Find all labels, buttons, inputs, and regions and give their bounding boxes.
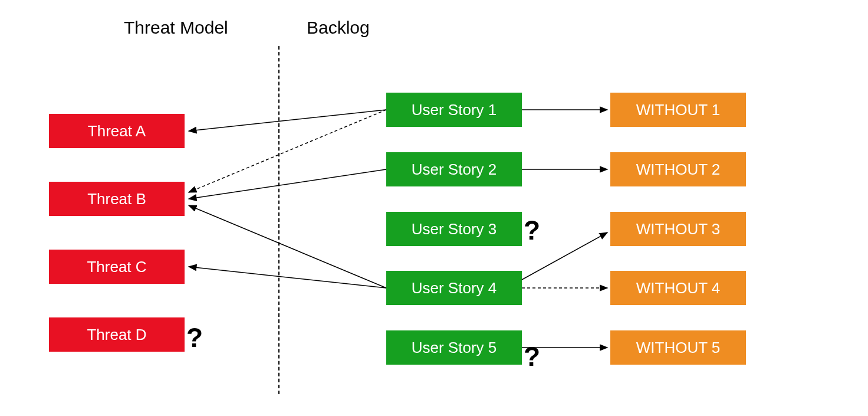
heading-backlog: Backlog: [307, 18, 370, 38]
user-story-3-label: User Story 3: [412, 220, 497, 238]
user-story-2-label: User Story 2: [412, 160, 497, 179]
without-2-label: WITHOUT 2: [636, 160, 721, 179]
user-story-1-box: User Story 1: [386, 93, 522, 127]
without-3-box: WITHOUT 3: [610, 212, 746, 246]
arrow-us4-threat-c: [189, 267, 386, 288]
heading-threat-model: Threat Model: [124, 18, 228, 38]
without-4-label: WITHOUT 4: [636, 279, 721, 297]
threat-a-label: Threat A: [88, 122, 146, 140]
without-5-label: WITHOUT 5: [636, 339, 721, 357]
without-4-box: WITHOUT 4: [610, 271, 746, 305]
without-2-box: WITHOUT 2: [610, 152, 746, 186]
arrow-us4-threat-b: [189, 205, 386, 288]
threat-c-box: Threat C: [49, 250, 185, 284]
threat-b-box: Threat B: [49, 182, 185, 216]
user-story-3-box: User Story 3: [386, 212, 522, 246]
question-mark-user-story-5: ?: [524, 340, 540, 372]
arrow-us1-threat-a: [189, 110, 386, 131]
user-story-2-box: User Story 2: [386, 152, 522, 186]
arrow-us1-threat-b-dashed: [189, 110, 386, 192]
question-mark-threat-d: ?: [186, 322, 203, 353]
threat-b-label: Threat B: [87, 190, 146, 208]
user-story-1-label: User Story 1: [412, 101, 497, 119]
without-5-box: WITHOUT 5: [610, 330, 746, 365]
threat-c-label: Threat C: [87, 258, 146, 276]
threat-a-box: Threat A: [49, 114, 185, 148]
without-1-label: WITHOUT 1: [636, 101, 721, 119]
user-story-5-label: User Story 5: [412, 339, 497, 357]
threat-d-label: Threat D: [87, 326, 146, 344]
user-story-4-label: User Story 4: [412, 279, 497, 297]
user-story-5-box: User Story 5: [386, 330, 522, 365]
threat-d-box: Threat D: [49, 317, 185, 352]
column-divider: [278, 46, 280, 394]
arrow-us2-threat-b: [189, 169, 386, 199]
question-mark-user-story-3: ?: [524, 214, 540, 246]
without-3-label: WITHOUT 3: [636, 220, 721, 238]
without-1-box: WITHOUT 1: [610, 93, 746, 127]
user-story-4-box: User Story 4: [386, 271, 522, 305]
